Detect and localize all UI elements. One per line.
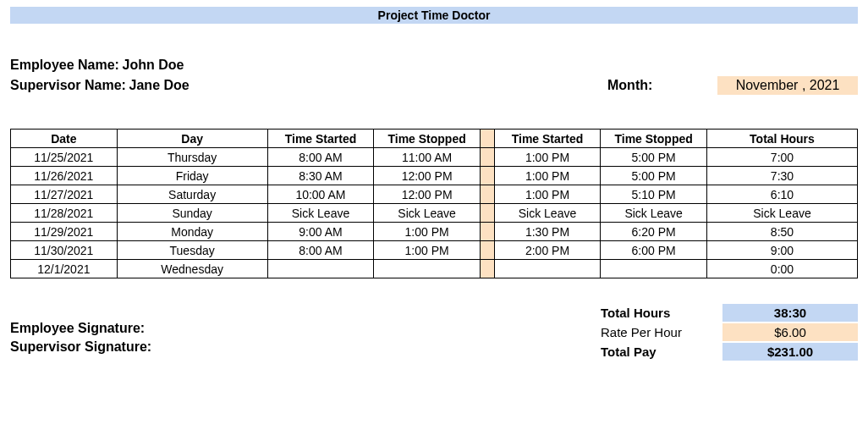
cell-date: 11/28/2021 [11, 204, 118, 223]
col-date: Date [11, 130, 118, 148]
row-spacer [480, 260, 494, 278]
cell-stop2: 5:00 PM [601, 148, 707, 167]
row-spacer [480, 223, 494, 241]
employee-name-label: Employee Name: [10, 58, 119, 73]
cell-start2 [494, 260, 601, 278]
timesheet-table: Date Day Time Started Time Stopped Time … [10, 129, 858, 278]
bottom-section: Employee Signature: Supervisor Signature… [10, 304, 858, 361]
total-hours-value: 38:30 [722, 304, 858, 322]
cell-date: 11/29/2021 [11, 223, 118, 241]
cell-stop2: 6:20 PM [601, 223, 707, 241]
total-pay-label: Total Pay [596, 343, 722, 361]
info-block: Employee Name: John Doe Supervisor Name:… [10, 58, 858, 95]
cell-stop2: 5:00 PM [601, 167, 707, 185]
col-day: Day [117, 130, 267, 148]
cell-start1: 10:00 AM [267, 185, 374, 204]
cell-start2: 1:30 PM [494, 223, 601, 241]
row-spacer [480, 204, 494, 223]
row-spacer [480, 167, 494, 185]
employee-signature-label: Employee Signature: [10, 321, 151, 336]
cell-day: Sunday [117, 204, 267, 223]
cell-start1: Sick Leave [267, 204, 374, 223]
rate-per-hour-label: Rate Per Hour [596, 323, 722, 341]
col-time-started-1: Time Started [267, 130, 374, 148]
col-total-hours: Total Hours [706, 130, 857, 148]
col-time-stopped-1: Time Stopped [374, 130, 481, 148]
cell-day: Thursday [117, 148, 267, 167]
table-row: 12/1/2021Wednesday0:00 [11, 260, 858, 278]
cell-stop1: 12:00 PM [374, 167, 481, 185]
cell-day: Wednesday [117, 260, 267, 278]
cell-start1 [267, 260, 374, 278]
cell-day: Tuesday [117, 241, 267, 260]
cell-stop2: Sick Leave [601, 204, 707, 223]
cell-total: 9:00 [706, 241, 857, 260]
cell-start2: 1:00 PM [494, 148, 601, 167]
month-value: November , 2021 [717, 76, 858, 95]
totals-block: Total Hours 38:30 Rate Per Hour $6.00 To… [596, 304, 858, 361]
supervisor-name-label: Supervisor Name: [10, 78, 126, 93]
cell-total: 8:50 [706, 223, 857, 241]
table-row: 11/29/2021Monday9:00 AM1:00 PM1:30 PM6:2… [11, 223, 858, 241]
col-time-started-2: Time Started [494, 130, 601, 148]
row-spacer [480, 185, 494, 204]
cell-day: Saturday [117, 185, 267, 204]
cell-date: 12/1/2021 [11, 260, 118, 278]
total-hours-label: Total Hours [596, 304, 722, 322]
cell-stop1: 12:00 PM [374, 185, 481, 204]
timesheet-document: Project Time Doctor Employee Name: John … [0, 0, 868, 378]
employee-name-value: John Doe [123, 58, 184, 73]
cell-start1: 8:00 AM [267, 241, 374, 260]
table-row: 11/25/2021Thursday8:00 AM11:00 AM1:00 PM… [11, 148, 858, 167]
cell-date: 11/26/2021 [11, 167, 118, 185]
cell-start1: 8:00 AM [267, 148, 374, 167]
table-row: 11/27/2021Saturday10:00 AM12:00 PM1:00 P… [11, 185, 858, 204]
cell-stop1: 1:00 PM [374, 223, 481, 241]
col-time-stopped-2: Time Stopped [601, 130, 707, 148]
cell-total: 7:30 [706, 167, 857, 185]
cell-stop2: 6:00 PM [601, 241, 707, 260]
cell-total: 0:00 [706, 260, 857, 278]
cell-stop1: 11:00 AM [374, 148, 481, 167]
table-row: 11/28/2021SundaySick LeaveSick LeaveSick… [11, 204, 858, 223]
table-row: 11/30/2021Tuesday8:00 AM1:00 PM2:00 PM6:… [11, 241, 858, 260]
cell-total: Sick Leave [706, 204, 857, 223]
col-spacer [480, 130, 494, 148]
cell-total: 6:10 [706, 185, 857, 204]
supervisor-signature-label: Supervisor Signature: [10, 339, 151, 355]
supervisor-name-value: Jane Doe [129, 78, 190, 93]
row-spacer [480, 241, 494, 260]
cell-stop1: Sick Leave [374, 204, 481, 223]
cell-date: 11/27/2021 [11, 185, 118, 204]
signatures-block: Employee Signature: Supervisor Signature… [10, 304, 151, 358]
table-row: 11/26/2021Friday8:30 AM12:00 PM1:00 PM5:… [11, 167, 858, 185]
cell-day: Friday [117, 167, 267, 185]
cell-date: 11/30/2021 [11, 241, 118, 260]
cell-day: Monday [117, 223, 267, 241]
cell-date: 11/25/2021 [11, 148, 118, 167]
cell-stop2: 5:10 PM [601, 185, 707, 204]
cell-stop1 [374, 260, 481, 278]
cell-stop2 [601, 260, 707, 278]
month-label: Month: [607, 78, 709, 93]
cell-stop1: 1:00 PM [374, 241, 481, 260]
rate-per-hour-value: $6.00 [722, 323, 858, 341]
total-pay-value: $231.00 [722, 343, 858, 361]
cell-start2: Sick Leave [494, 204, 601, 223]
page-title: Project Time Doctor [10, 7, 858, 24]
row-spacer [480, 148, 494, 167]
table-header-row: Date Day Time Started Time Stopped Time … [11, 130, 858, 148]
cell-start1: 8:30 AM [267, 167, 374, 185]
cell-total: 7:00 [706, 148, 857, 167]
cell-start2: 1:00 PM [494, 185, 601, 204]
cell-start2: 2:00 PM [494, 241, 601, 260]
cell-start1: 9:00 AM [267, 223, 374, 241]
cell-start2: 1:00 PM [494, 167, 601, 185]
